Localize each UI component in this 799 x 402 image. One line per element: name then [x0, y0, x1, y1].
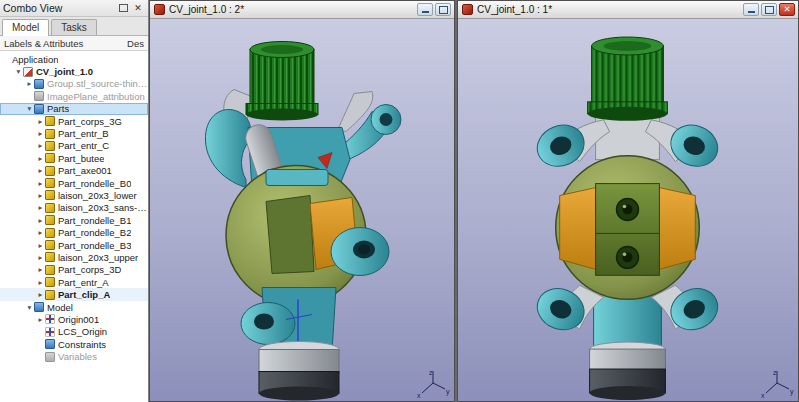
- tree-item-label: Part_corps_3G: [58, 116, 122, 127]
- tree-expander-icon[interactable]: ▸: [36, 265, 45, 274]
- maximize-button[interactable]: [435, 3, 451, 16]
- orange-panel-right[interactable]: [659, 188, 695, 270]
- tree-item-part-rondelle-b1[interactable]: ▸Part_rondelle_B1: [0, 214, 148, 226]
- part-icon: [45, 215, 55, 225]
- viewport-canvas-front[interactable]: z x y: [458, 19, 798, 401]
- viewport-canvas-iso[interactable]: z x y: [150, 19, 454, 401]
- document-icon: [462, 4, 473, 15]
- tree-expander-icon[interactable]: ▸: [36, 216, 45, 225]
- part-icon: [45, 190, 55, 200]
- tree-expander-icon[interactable]: ▸: [36, 241, 45, 250]
- tree-expander-icon[interactable]: ▸: [36, 166, 45, 175]
- tree-expander-icon[interactable]: ▸: [36, 154, 45, 163]
- tree-item-part-rondelle-b3[interactable]: ▸Part_rondelle_B3: [0, 239, 148, 251]
- center-block[interactable]: [596, 184, 660, 276]
- tab-tasks[interactable]: Tasks: [51, 19, 97, 35]
- combo-view-title: Combo View: [3, 2, 115, 14]
- tree-item-part-axe001[interactable]: ▸Part_axe001: [0, 165, 148, 177]
- window-titlebar[interactable]: CV_joint_1.0 : 2*: [150, 1, 454, 19]
- window-titlebar[interactable]: CV_joint_1.0 : 1*: [458, 1, 798, 19]
- tab-model[interactable]: Model: [2, 19, 49, 36]
- teal-clamp[interactable]: [266, 170, 328, 186]
- tree-item-label: CV_joint_1.0: [36, 66, 93, 77]
- tree-item-laison-20x3-sans-support[interactable]: ▸laison_20x3_sans-support: [0, 202, 148, 214]
- image-icon: [34, 91, 44, 101]
- tree-item-part-entr-a[interactable]: ▸Part_entr_A: [0, 276, 148, 288]
- teal-boss-bottom-left[interactable]: [241, 303, 295, 345]
- tree-item-origin001[interactable]: ▸Origin001: [0, 313, 148, 325]
- green-cap[interactable]: [246, 42, 318, 121]
- base-cylinder[interactable]: [590, 342, 666, 400]
- tree-expander-icon[interactable]: ▸: [36, 141, 45, 150]
- tree-item-group-stl-source-thingaverse[interactable]: ▸Group.stl_source-thingaverse: [0, 78, 148, 90]
- part-icon: [45, 277, 55, 287]
- combo-view-titlebar[interactable]: Combo View: [0, 0, 148, 17]
- maximize-button[interactable]: [761, 3, 777, 16]
- tree-expander-icon[interactable]: ▸: [36, 179, 45, 188]
- tree-item-label: laison_20x3_sans-support: [58, 202, 148, 213]
- tree-item-imageplane-attribution[interactable]: ImagePlane_attribution: [0, 90, 148, 102]
- tree-item-laison-20x3-upper[interactable]: ▸laison_20x3_upper: [0, 251, 148, 263]
- tree-item-part-clip-a[interactable]: ▸Part_clip_A: [0, 288, 148, 300]
- column-labels-attributes[interactable]: Labels & Attributes: [4, 38, 83, 49]
- part-icon: [45, 290, 55, 300]
- tree-item-lcs-origin[interactable]: LCS_Origin: [0, 326, 148, 338]
- tree-item-constraints[interactable]: Constraints: [0, 338, 148, 350]
- close-window-button[interactable]: [779, 3, 795, 16]
- teal-boss-right[interactable]: [331, 228, 389, 276]
- tree-item-label: Parts: [47, 103, 69, 114]
- tree-item-label: Variables: [58, 351, 97, 362]
- part-icon: [45, 252, 55, 262]
- combo-view-panel: Combo View Model Tasks Labels & Attribut…: [0, 0, 149, 402]
- undock-icon[interactable]: [116, 2, 130, 15]
- tree-item-variables[interactable]: Variables: [0, 350, 148, 362]
- cv-joint-model-front[interactable]: [458, 19, 798, 401]
- tree-item-part-rondelle-b2[interactable]: ▸Part_rondelle_B2: [0, 226, 148, 238]
- tree-item-part-corps-3d[interactable]: ▸Part_corps_3D: [0, 264, 148, 276]
- tree-item-label: Model: [47, 302, 73, 313]
- tree-item-part-corps-3g[interactable]: ▸Part_corps_3G: [0, 115, 148, 127]
- document-icon: [154, 4, 165, 15]
- teal-arm-left[interactable]: [205, 110, 250, 188]
- tree-item-part-butee[interactable]: ▸Part_butee: [0, 152, 148, 164]
- base-cylinder[interactable]: [259, 342, 339, 401]
- minimize-button[interactable]: [417, 3, 433, 16]
- tree-expander-icon[interactable]: ▾: [25, 104, 34, 113]
- tree-expander-icon[interactable]: ▸: [36, 315, 45, 324]
- model-tree[interactable]: Application▾CV_joint_1.0▸Group.stl_sourc…: [0, 51, 148, 402]
- tree-item-application[interactable]: Application: [0, 53, 148, 65]
- orange-panel-left[interactable]: [560, 188, 596, 270]
- tree-item-model[interactable]: ▾Model: [0, 301, 148, 313]
- doc-icon: [23, 67, 33, 77]
- view-window-1: CV_joint_1.0 : 1*: [457, 0, 799, 402]
- tree-expander-icon[interactable]: ▸: [25, 79, 34, 88]
- mdi-area: CV_joint_1.0 : 2*: [149, 0, 799, 402]
- column-description[interactable]: Des: [127, 38, 144, 49]
- green-plate[interactable]: [266, 196, 314, 274]
- window-title: CV_joint_1.0 : 1*: [477, 4, 741, 15]
- tree-expander-icon[interactable]: ▸: [36, 191, 45, 200]
- tree-expander-icon[interactable]: ▸: [36, 278, 45, 287]
- tree-item-label: Group.stl_source-thingaverse: [47, 78, 148, 89]
- tree-expander-icon[interactable]: ▸: [36, 290, 45, 299]
- tree-expander-icon[interactable]: ▸: [36, 228, 45, 237]
- cv-joint-model-iso[interactable]: [150, 19, 454, 401]
- tree-expander-icon[interactable]: ▾: [25, 303, 34, 312]
- part-icon: [45, 203, 55, 213]
- tree-item-part-rondelle-b0[interactable]: ▸Part_rondelle_B0: [0, 177, 148, 189]
- tree-item-part-entr-b[interactable]: ▸Part_entr_B: [0, 127, 148, 139]
- tree-expander-icon[interactable]: ▸: [36, 129, 45, 138]
- close-icon[interactable]: [131, 2, 145, 15]
- tree-item-parts[interactable]: ▾Parts: [0, 103, 148, 115]
- minimize-button[interactable]: [743, 3, 759, 16]
- svg-text:y: y: [446, 388, 450, 396]
- tree-item-part-entr-c[interactable]: ▸Part_entr_C: [0, 140, 148, 152]
- tree-expander-icon[interactable]: ▸: [36, 117, 45, 126]
- tree-expander-icon[interactable]: ▸: [36, 253, 45, 262]
- tree-item-cv-joint-1-0[interactable]: ▾CV_joint_1.0: [0, 65, 148, 77]
- tree-item-laison-20x3-lower[interactable]: ▸laison_20x3_lower: [0, 189, 148, 201]
- tree-expander-icon[interactable]: ▸: [36, 203, 45, 212]
- green-cap[interactable]: [588, 37, 668, 121]
- tree-expander-icon[interactable]: ▾: [14, 67, 23, 76]
- folder-icon: [34, 104, 44, 114]
